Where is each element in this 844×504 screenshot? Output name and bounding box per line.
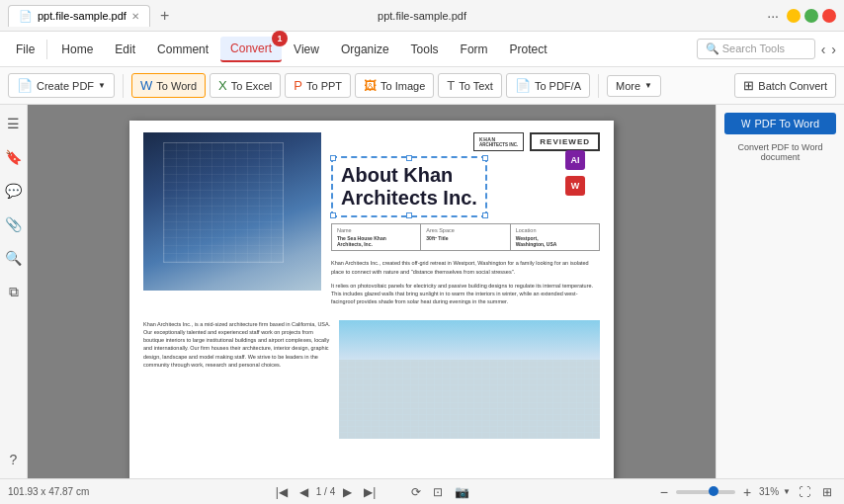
sidebar-attachment-icon[interactable]: 📎 <box>3 213 25 235</box>
pdf-view-area[interactable]: KHAN ARCHITECTS INC. REVIEWED <box>28 105 716 478</box>
zoom-thumb <box>709 486 718 496</box>
menu-item-protect[interactable]: Protect <box>500 38 557 61</box>
info-cell-area: Ares Space 30ft² Title <box>421 224 510 250</box>
search-placeholder: Search Tools <box>722 42 785 54</box>
status-bar: 101.93 x 47.87 cm |◀ ◀ 1 / 4 ▶ ▶| ⟳ ⊡ 📷 … <box>0 478 844 504</box>
to-excel-label: To Excel <box>231 80 273 92</box>
title-line-1: About Khan <box>341 164 453 186</box>
file-menu[interactable]: File <box>8 38 42 61</box>
window-menu-button[interactable]: ··· <box>763 4 783 28</box>
zoom-level: 31% <box>759 486 779 497</box>
to-word-icon: W <box>140 78 152 93</box>
menu-bar: File Home Edit Comment Convert 1 View Or… <box>0 32 844 67</box>
to-image-button[interactable]: 🖼 To Image <box>355 73 434 98</box>
to-image-icon: 🖼 <box>364 78 377 93</box>
selection-handle-bl <box>330 212 336 218</box>
menu-item-edit[interactable]: Edit <box>105 38 145 61</box>
to-ppt-button[interactable]: P To PPT <box>285 73 351 98</box>
batch-convert-button[interactable]: ⊞ Batch Convert <box>734 73 836 98</box>
current-page-indicator: 1 / 4 <box>316 486 335 497</box>
convert-toolbar: 📄 Create PDF ▼ W To Word X To Excel P To… <box>0 67 844 105</box>
to-text-button[interactable]: T To Text <box>438 73 502 98</box>
khan-logo: KHAN ARCHITECTS INC. <box>473 132 524 151</box>
info-cell-location: Location Westport,Washington, USA <box>511 224 599 250</box>
to-excel-button[interactable]: X To Excel <box>210 73 281 98</box>
building-image-top <box>143 132 321 291</box>
info-value-location: Westport,Washington, USA <box>516 235 594 247</box>
view-mode-button[interactable]: ⊞ <box>818 483 836 501</box>
extension-button[interactable]: W <box>565 176 585 196</box>
zoom-dropdown-icon[interactable]: ▼ <box>783 487 791 496</box>
zoom-in-button[interactable]: + <box>739 482 755 502</box>
minimize-button[interactable] <box>787 9 801 23</box>
menu-item-form[interactable]: Form <box>451 38 498 61</box>
last-page-button[interactable]: ▶| <box>360 483 380 501</box>
maximize-button[interactable] <box>804 9 818 23</box>
pdf-title: About Khan Architects Inc. <box>341 164 477 210</box>
menu-item-organize[interactable]: Organize <box>331 38 399 61</box>
nav-back-icon[interactable]: ‹ <box>821 42 826 57</box>
menu-item-tools[interactable]: Tools <box>401 38 449 61</box>
more-label: More <box>616 80 640 92</box>
info-label-location: Location <box>516 227 594 233</box>
reviewed-badge: REVIEWED <box>530 132 600 151</box>
menu-item-comment[interactable]: Comment <box>147 38 218 61</box>
zoom-slider[interactable] <box>676 490 735 494</box>
info-value-area: 30ft² Title <box>426 235 504 241</box>
to-word-button[interactable]: W To Word <box>131 73 206 98</box>
left-sidebar: ☰ 🔖 💬 📎 🔍 ⧉ ? <box>0 105 28 478</box>
more-button[interactable]: More ▼ <box>607 75 661 97</box>
create-pdf-button[interactable]: 📄 Create PDF ▼ <box>8 73 115 98</box>
ai-assistant-button[interactable]: AI <box>565 150 585 170</box>
batch-convert-icon: ⊞ <box>743 78 754 93</box>
info-label-area: Ares Space <box>426 227 504 233</box>
pdf-content: KHAN ARCHITECTS INC. REVIEWED <box>129 121 614 451</box>
search-icon: 🔍 <box>706 42 719 54</box>
app-title: ppt.file-sample.pdf <box>378 10 466 22</box>
search-tools-input[interactable]: 🔍 Search Tools <box>697 39 815 59</box>
pdf-bottom-section: Khan Architects Inc., is a mid-sized arc… <box>143 320 600 439</box>
menu-item-home[interactable]: Home <box>51 38 103 61</box>
add-tab-button[interactable]: + <box>156 7 173 25</box>
menu-item-view[interactable]: View <box>284 38 329 61</box>
page-dimensions: 101.93 x 47.87 cm <box>8 486 89 497</box>
total-pages: 4 <box>330 486 336 497</box>
next-page-button[interactable]: ▶ <box>339 483 356 501</box>
word-icon: W <box>741 119 750 129</box>
pdf-body-text-2: It relies on photovoltaic panels for ele… <box>331 282 600 306</box>
sidebar-search-icon[interactable]: 🔍 <box>3 247 25 269</box>
tab-filename: ppt.file-sample.pdf <box>38 10 127 22</box>
sidebar-comment-icon[interactable]: 💬 <box>3 180 25 202</box>
to-pdfa-button[interactable]: 📄 To PDF/A <box>506 73 590 98</box>
rotate-page-button[interactable]: ⟳ <box>407 483 425 501</box>
current-page: 1 <box>316 486 322 497</box>
file-tab[interactable]: 📄 ppt.file-sample.pdf ✕ <box>8 5 150 27</box>
tab-close-icon[interactable]: ✕ <box>131 11 139 22</box>
close-button[interactable] <box>822 9 836 23</box>
convert-badge: 1 <box>272 31 288 46</box>
sidebar-pages-icon[interactable]: ☰ <box>3 113 25 134</box>
sidebar-help-icon[interactable]: ? <box>3 449 25 470</box>
main-layout: ☰ 🔖 💬 📎 🔍 ⧉ ? KHAN <box>0 105 844 478</box>
to-text-label: To Text <box>459 80 493 92</box>
pdf-to-word-convert-button[interactable]: W PDF To Word <box>724 113 836 134</box>
zoom-out-button[interactable]: − <box>656 482 672 502</box>
fit-page-button[interactable]: ⊡ <box>429 483 447 501</box>
info-value-name: The Sea House KhanArchitects, Inc. <box>337 235 415 247</box>
nav-forward-icon[interactable]: › <box>831 42 836 57</box>
create-pdf-dropdown-icon[interactable]: ▼ <box>98 81 106 90</box>
create-pdf-label: Create PDF <box>37 80 94 92</box>
info-cell-name: Name The Sea House KhanArchitects, Inc. <box>332 224 421 250</box>
toolbar-separator-2 <box>598 74 599 98</box>
to-excel-icon: X <box>218 78 227 93</box>
sidebar-layers-icon[interactable]: ⧉ <box>3 281 25 302</box>
first-page-button[interactable]: |◀ <box>272 483 292 501</box>
to-ppt-icon: P <box>294 78 302 93</box>
selection-handle-bc <box>406 212 412 218</box>
title-bar: 📄 ppt.file-sample.pdf ✕ + ppt.file-sampl… <box>0 0 844 32</box>
sidebar-bookmark-icon[interactable]: 🔖 <box>3 146 25 168</box>
snapshot-button[interactable]: 📷 <box>451 483 473 501</box>
prev-page-button[interactable]: ◀ <box>295 483 312 501</box>
to-pdfa-icon: 📄 <box>515 78 531 93</box>
fullscreen-button[interactable]: ⛶ <box>795 483 814 501</box>
